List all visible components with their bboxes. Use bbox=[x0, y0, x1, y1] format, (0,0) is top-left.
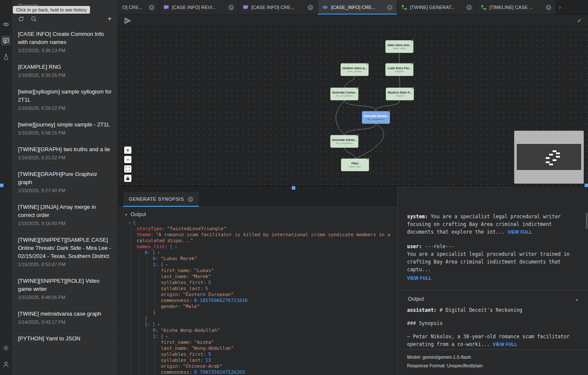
refresh-icon[interactable] bbox=[18, 16, 24, 22]
tab-label: [TWINE] GENERAT... bbox=[410, 5, 455, 10]
tab-active[interactable]: [CASE_INFO] CRE... × bbox=[318, 0, 397, 15]
close-icon[interactable]: × bbox=[149, 5, 154, 10]
graph-node[interactable]: ✓ state mkey stor... state_mkey bbox=[385, 40, 413, 53]
tab[interactable]: O] CRE... × bbox=[118, 0, 159, 15]
item-date: 1/16/2025, 6:58:15 PM bbox=[18, 130, 112, 135]
messages-pane: system: You are a specialist legal proce… bbox=[398, 186, 588, 375]
node-subtitle: llm_completion bbox=[336, 142, 353, 144]
item-date: 1/15/2025, 8:48:06 PM bbox=[18, 295, 112, 300]
view-full-link[interactable]: VIEW FULL bbox=[507, 230, 532, 234]
item-date: 1/15/2025, 9:27:40 PM bbox=[18, 188, 112, 193]
tab-generate-synopsis[interactable]: GENERATE SYNOPSIS × bbox=[123, 192, 199, 207]
zoom-out-button[interactable]: − bbox=[124, 156, 131, 163]
add-prompt-button[interactable]: + bbox=[108, 15, 112, 22]
graph-node[interactable]: ✓ Generate Comm... llm_completion bbox=[330, 88, 358, 100]
close-icon[interactable]: × bbox=[308, 5, 313, 10]
collapse-arrow[interactable]: ▾ bbox=[157, 251, 160, 255]
close-icon[interactable]: × bbox=[387, 5, 393, 10]
collapse-arrow[interactable]: ▾ bbox=[157, 322, 160, 327]
minimap[interactable] bbox=[514, 131, 584, 184]
node-success-icon: ✓ bbox=[387, 109, 391, 114]
list-item[interactable]: [TWINE][SNIPPET][SAMPLE CASE] Online Thr… bbox=[12, 231, 118, 272]
collapse-arrow[interactable]: ▾ bbox=[166, 334, 168, 339]
lock-button[interactable] bbox=[124, 175, 131, 182]
tab[interactable]: [CASE INFO] REVI... × bbox=[159, 0, 239, 15]
item-title: [twine][journey] simple sample - 2T1L bbox=[18, 120, 112, 129]
eye-icon[interactable] bbox=[1, 20, 11, 29]
bottom-panel: GENERATE SYNOPSIS × ▾ Output ▾{ storyTyp… bbox=[118, 186, 588, 375]
role-label: user: bbox=[407, 243, 422, 249]
item-title: [TWINE] metroidvania case graph bbox=[18, 310, 112, 318]
view-full-link[interactable]: VIEW FULL bbox=[493, 342, 517, 347]
output-section-header[interactable]: ▾ Output bbox=[124, 210, 393, 220]
flask-icon[interactable] bbox=[1, 52, 11, 62]
list-item[interactable]: [TWINE] metroidvania case graph1/14/2025… bbox=[12, 305, 118, 330]
node-success-icon: ✓ bbox=[411, 61, 414, 66]
node-subtitle: state_filter bbox=[349, 165, 361, 168]
item-date: 1/15/2025, 9:16:50 PM bbox=[18, 221, 112, 226]
node-success-icon: ✓ bbox=[411, 85, 415, 90]
node-title: Load Story For... bbox=[387, 67, 411, 70]
item-title: [TWINE][SNIPPET][SAMPLE CASE] Online Thr… bbox=[18, 236, 112, 260]
node-subtitle: llm_completion bbox=[336, 94, 353, 97]
view-full-link[interactable]: VIEW FULL bbox=[407, 276, 431, 281]
fit-view-button[interactable] bbox=[124, 165, 131, 173]
node-success-icon: ✓ bbox=[366, 61, 370, 66]
tab-label: [TIMELINE] CASE ... bbox=[489, 5, 533, 10]
tab[interactable]: [TWINE] GENERAT... × bbox=[397, 0, 477, 15]
graph-node[interactable]: ✓ Filter state_filter bbox=[341, 158, 369, 171]
node-canvas[interactable]: ✓ state mkey stor... state_mkey ✓ random… bbox=[118, 26, 588, 186]
list-item[interactable]: [TWINE] [JINJA] Array merge in correct o… bbox=[12, 199, 118, 231]
system-message: system: You are a specialist legal proce… bbox=[407, 213, 579, 236]
scrollbar-thumb[interactable] bbox=[586, 213, 588, 229]
search-icon[interactable] bbox=[31, 16, 37, 22]
graph-node[interactable]: ✓ Mystery Style P... snippet bbox=[386, 88, 414, 100]
close-icon[interactable]: × bbox=[546, 5, 551, 10]
node-title: Mystery Style P... bbox=[388, 91, 412, 94]
tab[interactable]: [CASE INFO] CRE... × bbox=[239, 0, 318, 15]
node-subtitle: exec_python bbox=[347, 70, 362, 73]
list-item[interactable]: [PYTHON] Yaml to JSON bbox=[12, 330, 118, 350]
item-title: [PYTHON] Yaml to JSON bbox=[18, 334, 112, 343]
tab-label: [CASE INFO] CRE... bbox=[251, 5, 294, 10]
list-item[interactable]: [EXAMPLE] RNG1/16/2025, 8:30:25 PM bbox=[12, 59, 118, 83]
layout-graph-icon[interactable] bbox=[124, 18, 131, 24]
list-item[interactable]: [TWINE][SNIPPET][ROLE] Video game writer… bbox=[12, 272, 118, 305]
collapse-arrow[interactable]: ▾ bbox=[166, 263, 168, 267]
tab-label: O] CRE... bbox=[122, 5, 143, 10]
role-label: system: bbox=[407, 214, 428, 220]
list-item[interactable]: [CASE INFO] Create Common Info with rand… bbox=[12, 26, 118, 59]
icon-rail bbox=[0, 0, 12, 375]
zoom-in-button[interactable]: + bbox=[124, 146, 131, 154]
section-title: Output bbox=[131, 211, 146, 217]
tab[interactable]: [TIMELINE] CASE ... × bbox=[477, 0, 556, 15]
list-item[interactable]: [TWINE][GRAPH]Pure Graphviz graph1/15/20… bbox=[12, 166, 118, 199]
close-icon[interactable]: × bbox=[228, 5, 234, 10]
chevron-up-icon[interactable]: ▴ bbox=[576, 297, 578, 302]
node-success-icon: ✓ bbox=[411, 38, 414, 43]
collapse-arrow[interactable]: ▾ bbox=[175, 245, 177, 249]
graph-node[interactable]: ✓ Load Story For... snippet bbox=[385, 63, 413, 76]
settings-gear-icon[interactable] bbox=[1, 343, 11, 353]
output-pane: GENERATE SYNOPSIS × ▾ Output ▾{ storyTyp… bbox=[118, 186, 398, 375]
user-account-icon[interactable] bbox=[1, 360, 11, 369]
eye-icon bbox=[322, 4, 328, 10]
list-item[interactable]: [twine][syllogism] sample syllogism for … bbox=[12, 83, 118, 116]
node-subtitle: snippet bbox=[396, 94, 404, 97]
list-item[interactable]: [TWINE][GRAPH} two truths and a lie1/16/… bbox=[12, 141, 118, 166]
graph-node[interactable]: ✓ Generate Introd... llm_completion bbox=[330, 135, 358, 148]
node-title: state mkey stor... bbox=[387, 44, 412, 47]
minimap-node bbox=[556, 156, 560, 158]
graph-node[interactable]: ✓ random name g... exec_python bbox=[341, 63, 369, 76]
minimap-viewport[interactable] bbox=[517, 144, 581, 170]
chevron-down-icon: ▾ bbox=[125, 212, 127, 217]
list-item[interactable]: [twine][journey] simple sample - 2T1L1/1… bbox=[12, 116, 118, 141]
collapse-arrow[interactable]: ▾ bbox=[128, 221, 131, 225]
tab-scroll-right[interactable]: › bbox=[556, 0, 564, 15]
output-section-header[interactable]: Output ▴ bbox=[407, 290, 579, 306]
prompts-icon[interactable] bbox=[1, 36, 11, 45]
graph-node-selected[interactable]: ✓ Generate Synop... llm_completion bbox=[362, 111, 390, 124]
minimap-node bbox=[549, 164, 553, 165]
close-icon[interactable]: × bbox=[466, 5, 472, 10]
close-icon[interactable]: × bbox=[188, 196, 193, 202]
